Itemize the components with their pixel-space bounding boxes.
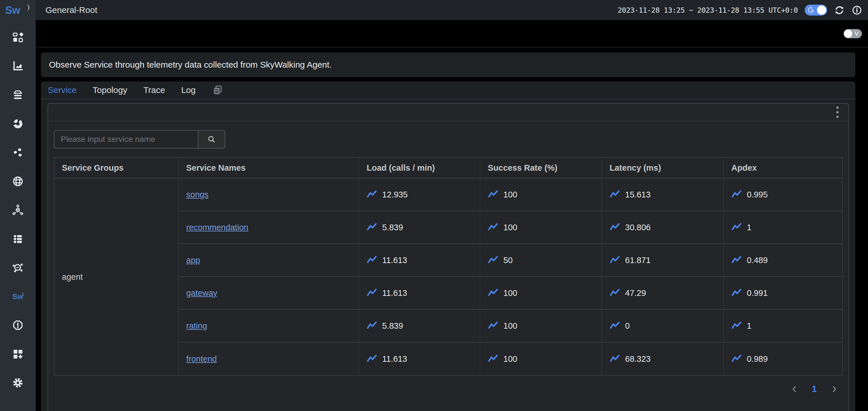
sparkline-icon — [488, 189, 498, 200]
view-toggle-label: V — [855, 31, 859, 37]
metric-cell-success_rate: 100 — [480, 343, 602, 375]
server-rack-icon — [12, 233, 24, 245]
metric-cell-latency: 68.323 — [602, 343, 724, 375]
sparkline-icon — [367, 321, 377, 331]
mesh-network-icon — [12, 262, 24, 274]
sparkline-icon — [610, 189, 620, 200]
service-name-cell: songs — [179, 179, 359, 211]
service-name-cell: frontend — [179, 343, 359, 375]
sidebar-item-chart[interactable] — [0, 52, 36, 81]
search-button[interactable] — [198, 130, 225, 149]
kebab-menu-icon[interactable] — [835, 105, 840, 120]
donut-chart-icon — [12, 118, 24, 130]
sparkline-icon — [367, 255, 377, 265]
metric-cell-success_rate: 100 — [480, 310, 602, 343]
metric-value: 100 — [503, 321, 517, 331]
sparkline-icon — [488, 354, 498, 364]
dashboard-panel: Service Topology Trace Log — [41, 82, 855, 411]
service-link[interactable]: gateway — [186, 288, 217, 298]
metric-value: 1 — [747, 223, 751, 232]
metric-cell-load: 5.839 — [359, 211, 480, 244]
service-link[interactable]: songs — [186, 190, 208, 199]
service-name-cell: gateway — [179, 277, 359, 310]
search-row — [54, 130, 843, 149]
metric-value: 50 — [503, 256, 513, 265]
sidebar-item-dashboard[interactable] — [0, 23, 36, 52]
sparkline-icon — [367, 222, 377, 232]
refresh-icon — [834, 5, 845, 15]
column-header-success-rate: Success Rate (%) — [480, 158, 602, 179]
tab-service[interactable]: Service — [48, 85, 76, 95]
sidebar-item-self-observability[interactable]: Sw — [0, 282, 36, 311]
sparkline-icon — [731, 321, 742, 331]
dark-mode-toggle[interactable] — [805, 5, 827, 15]
sidebar-item-service-mesh[interactable] — [0, 253, 36, 282]
copy-tab-button[interactable] — [212, 84, 223, 96]
scatter-dots-icon — [12, 147, 24, 159]
metric-value: 11.613 — [382, 354, 407, 364]
add-dashboard-icon — [12, 348, 24, 360]
service-link[interactable]: recommendation — [186, 223, 248, 232]
metric-cell-success_rate: 100 — [480, 211, 602, 244]
column-header-load: Load (calls / min) — [359, 158, 480, 179]
time-range[interactable]: 2023-11-28 13:25 ~ 2023-11-28 13:55 UTC+… — [618, 6, 798, 14]
metric-cell-load: 12.935 — [359, 179, 480, 211]
sparkline-icon — [610, 354, 620, 364]
tab-trace[interactable]: Trace — [143, 85, 165, 95]
sparkline-icon — [731, 354, 742, 364]
metric-value: 100 — [503, 223, 517, 232]
sparkline-icon — [610, 321, 620, 331]
sidebar-item-infrastructure[interactable] — [0, 224, 36, 253]
metric-value: 11.613 — [382, 288, 407, 298]
info-icon — [851, 5, 862, 15]
metric-value: 12.935 — [382, 190, 408, 199]
info-button[interactable] — [851, 5, 862, 15]
sidebar-item-dashboards[interactable] — [0, 340, 36, 369]
tab-log[interactable]: Log — [181, 85, 196, 95]
next-page-button[interactable] — [830, 385, 839, 393]
search-icon — [207, 135, 216, 144]
metric-value: 68.323 — [625, 354, 651, 364]
sidebar-item-settings[interactable] — [0, 369, 36, 397]
metric-cell-apdex: 0.989 — [724, 343, 842, 375]
skywalking-sw-icon: Sw — [12, 290, 24, 303]
metric-cell-success_rate: 50 — [480, 244, 602, 277]
metric-value: 5.839 — [382, 223, 403, 232]
sidebar-nav: Sw — [0, 23, 36, 397]
previous-page-button[interactable] — [790, 385, 799, 393]
search-input[interactable] — [54, 130, 198, 149]
service-name-cell: app — [179, 244, 359, 277]
service-group-cell: agent — [54, 179, 179, 375]
sidebar-item-donut[interactable] — [0, 109, 36, 138]
content: V Observe Service through telemetry data… — [36, 20, 868, 411]
metric-value: 47.29 — [625, 288, 646, 298]
sidebar-item-layers[interactable] — [0, 81, 36, 109]
metric-cell-success_rate: 100 — [480, 179, 602, 211]
banner-text: Observe Service through telemetry data c… — [49, 60, 332, 70]
sidebar-item-alarm[interactable] — [0, 311, 36, 340]
skywalking-logo[interactable]: Sw — [0, 0, 36, 20]
sidebar-item-scatter[interactable] — [0, 138, 36, 167]
layers-icon — [12, 89, 24, 101]
sparkline-icon — [610, 255, 620, 265]
settings-gear-icon — [12, 377, 24, 389]
column-header-service-groups: Service Groups — [54, 158, 179, 179]
refresh-button[interactable] — [834, 5, 845, 15]
sidebar-item-kubernetes[interactable] — [0, 196, 36, 224]
service-link[interactable]: frontend — [186, 354, 217, 364]
metric-cell-latency: 30.806 — [602, 211, 724, 244]
metric-value: 61.871 — [625, 256, 651, 265]
metric-value: 15.613 — [625, 190, 651, 199]
view-mode-toggle[interactable]: V — [843, 29, 862, 38]
service-link[interactable]: app — [186, 256, 200, 265]
current-page[interactable]: 1 — [812, 384, 817, 394]
service-table: Service Groups Service Names Load (calls… — [54, 157, 843, 376]
column-header-service-names: Service Names — [179, 158, 359, 179]
service-list-widget: Service Groups Service Names Load (calls… — [48, 103, 849, 411]
service-link[interactable]: rating — [186, 321, 207, 331]
sidebar-item-browser[interactable] — [0, 167, 36, 196]
metric-cell-load: 11.613 — [359, 343, 480, 375]
tab-topology[interactable]: Topology — [93, 85, 127, 95]
sparkline-icon — [610, 222, 620, 232]
chart-icon — [12, 60, 24, 72]
